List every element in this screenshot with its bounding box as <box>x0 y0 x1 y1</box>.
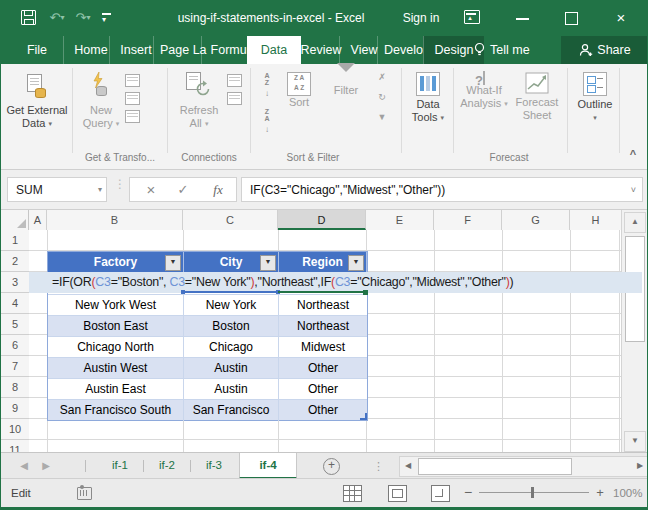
row-header-3[interactable]: 3 <box>1 272 29 293</box>
column-header-e[interactable]: E <box>366 210 434 230</box>
what-if-analysis-button[interactable]: What-If Analysis ▾ <box>459 72 509 110</box>
cell-region[interactable]: Midwest <box>279 337 367 358</box>
connection-properties-icon[interactable] <box>227 74 242 87</box>
zoom-out-icon[interactable]: − <box>461 484 475 502</box>
advanced-filter-button[interactable]: ▼ <box>371 112 393 122</box>
row-header-9[interactable]: 9 <box>1 398 29 419</box>
add-sheet-icon[interactable]: + <box>323 458 340 475</box>
cell-factory[interactable]: Chicago North <box>48 337 184 358</box>
cell-city[interactable]: Austin <box>184 358 279 379</box>
sheet-bar-options-icon[interactable]: ⋮ <box>373 453 384 479</box>
redo-icon[interactable]: ↷▾ <box>73 0 93 36</box>
cell-factory[interactable]: Boston East <box>48 316 184 337</box>
table-row[interactable]: Boston East Boston Northeast <box>48 315 367 336</box>
zoom-slider[interactable] <box>479 492 589 493</box>
column-header-d[interactable]: D <box>278 210 366 230</box>
column-header-h[interactable]: H <box>570 210 621 230</box>
cell-region[interactable]: Other <box>279 358 367 379</box>
tell-me-button[interactable]: Tell me <box>473 36 530 64</box>
outline-button[interactable]: Outline ▾ <box>573 72 617 124</box>
sheet-nav-prev-icon[interactable]: ◀ <box>15 453 33 479</box>
cell-factory[interactable]: Austin East <box>48 379 184 400</box>
reapply-filter-button[interactable]: ↻ <box>371 92 393 102</box>
sign-in-button[interactable]: Sign in <box>396 0 446 36</box>
column-header-a[interactable]: A <box>29 210 47 230</box>
view-normal-icon[interactable] <box>343 485 362 502</box>
scroll-down-icon[interactable]: ▼ <box>624 431 646 452</box>
close-button[interactable]: × <box>601 0 641 36</box>
row-header-11[interactable]: 11 <box>1 440 29 452</box>
insert-function-icon[interactable]: fx <box>206 178 230 202</box>
row-header-6[interactable]: 6 <box>1 335 29 356</box>
column-header-g[interactable]: G <box>502 210 570 230</box>
sort-button[interactable]: Z AA Z Sort <box>281 72 317 109</box>
share-button[interactable]: Share <box>561 36 648 64</box>
table-row[interactable]: Chicago North Chicago Midwest <box>48 336 367 357</box>
zoom-in-icon[interactable]: + <box>593 484 607 502</box>
sheet-tab-if-1[interactable]: if-1 <box>97 453 143 478</box>
enter-icon[interactable]: ✓ <box>172 178 194 202</box>
row-header-5[interactable]: 5 <box>1 314 29 335</box>
row-header-1[interactable]: 1 <box>1 230 29 251</box>
tab-file[interactable]: File <box>13 36 61 64</box>
sheet-nav-next-icon[interactable]: ▶ <box>37 453 55 479</box>
sheet-tab-if-3[interactable]: if-3 <box>191 453 237 478</box>
row-header-8[interactable]: 8 <box>1 377 29 398</box>
name-box-dropdown-icon[interactable]: ▾ <box>98 178 102 202</box>
macro-record-icon[interactable] <box>77 487 92 500</box>
sheet-tab-if-2[interactable]: if-2 <box>144 453 190 478</box>
scroll-right-icon[interactable]: ▶ <box>632 457 648 474</box>
cell-region[interactable]: Northeast <box>279 295 367 316</box>
zoom-slider-thumb[interactable] <box>531 487 534 498</box>
formula-bar-expand-icon[interactable]: ˅ <box>631 178 636 202</box>
cells-area[interactable]: Factory▼ City▼ Region▼ New York West New… <box>29 230 621 452</box>
table-row[interactable]: New York West New York Northeast <box>48 294 367 315</box>
forecast-sheet-button[interactable]: Forecast Sheet <box>511 72 563 122</box>
table-resize-handle[interactable] <box>360 413 367 420</box>
table-row[interactable]: San Francisco South San Francisco Other <box>48 399 367 420</box>
table-new-icon[interactable] <box>125 74 140 87</box>
undo-icon[interactable]: ↶▾ <box>47 0 67 36</box>
table-row[interactable]: Austin East Austin Other <box>48 378 367 399</box>
row-header-2[interactable]: 2 <box>1 251 29 272</box>
get-external-data-button[interactable]: Get External Data ▾ <box>5 72 69 130</box>
factory-filter-button[interactable]: ▼ <box>165 255 181 271</box>
table-existing-icon[interactable] <box>125 92 140 105</box>
horizontal-scrollbar-thumb[interactable] <box>418 458 572 475</box>
ribbon-display-options-icon[interactable] <box>464 10 480 24</box>
edit-links-icon[interactable] <box>227 92 242 105</box>
minimize-button[interactable] <box>506 0 540 36</box>
cell-formula-editor[interactable]: =IF(OR(C3="Boston", C3="New York"),"Nort… <box>29 272 642 293</box>
clear-filter-button[interactable]: ✗ <box>371 72 393 82</box>
collapse-ribbon-button[interactable]: ^ <box>625 148 641 160</box>
scroll-left-icon[interactable]: ◀ <box>400 457 416 474</box>
column-header-f[interactable]: F <box>434 210 502 230</box>
quick-access-toolbar-dropdown[interactable]: ▾ <box>99 0 115 36</box>
cell-city[interactable]: Austin <box>184 379 279 400</box>
cancel-icon[interactable]: × <box>140 178 162 202</box>
view-page-layout-icon[interactable] <box>388 485 407 502</box>
name-box[interactable]: SUM▾ <box>7 177 107 202</box>
view-page-break-icon[interactable] <box>431 485 450 502</box>
zoom-level[interactable]: 100% <box>613 479 642 508</box>
cell-city[interactable]: Chicago <box>184 337 279 358</box>
cell-region[interactable]: Other <box>279 400 367 421</box>
sort-az-button[interactable]: AZ↓ <box>257 72 277 98</box>
cell-city[interactable]: New York <box>184 295 279 316</box>
cell-region[interactable]: Northeast <box>279 316 367 337</box>
filter-button[interactable]: Filter <box>326 72 366 97</box>
select-all-corner[interactable] <box>1 210 29 230</box>
row-header-7[interactable]: 7 <box>1 356 29 377</box>
cell-region[interactable]: Other <box>279 379 367 400</box>
cell-factory[interactable]: Austin West <box>48 358 184 379</box>
cell-factory[interactable]: San Francisco South <box>48 400 184 421</box>
column-header-c[interactable]: C <box>183 210 278 230</box>
maximize-button[interactable] <box>554 0 588 36</box>
cell-factory[interactable]: New York West <box>48 295 184 316</box>
save-icon[interactable] <box>21 10 36 25</box>
column-header-b[interactable]: B <box>47 210 183 230</box>
sheet-tab-if-4[interactable]: if-4 <box>239 453 297 479</box>
new-query-button[interactable]: New Query ▾ <box>81 72 121 130</box>
table-recent-icon[interactable] <box>125 110 140 123</box>
sort-za-button[interactable]: ZA↓ <box>257 108 277 134</box>
